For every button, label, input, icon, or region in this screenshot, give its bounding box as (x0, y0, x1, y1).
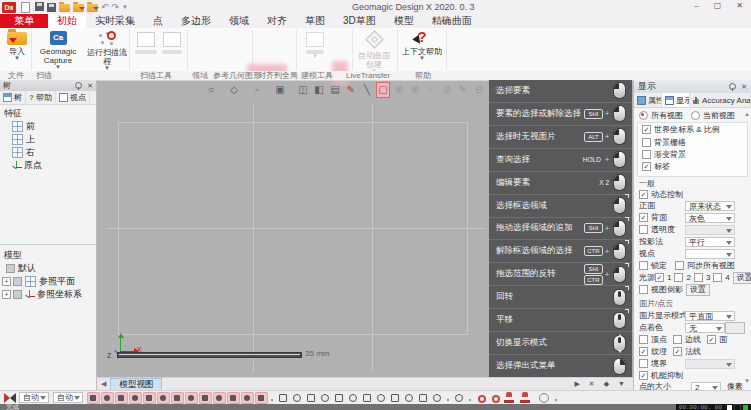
display-cube-icon[interactable]: ◇ (228, 83, 240, 97)
zoom-out-icon[interactable]: ⊖ (473, 83, 485, 97)
tab-tree[interactable]: 树 (0, 91, 26, 104)
expand-icon[interactable]: + (2, 290, 11, 299)
check-world-coords[interactable]: ✓世界坐标系 & 比例 (642, 124, 747, 135)
circle-tool-icon[interactable]: ◌ (489, 83, 501, 97)
check-dynamic-control[interactable]: ✓动态控制 (639, 189, 747, 200)
shading-mode-icon[interactable]: ○ (205, 83, 217, 97)
tab-accuracy-analyzer[interactable]: Accuracy Analy... (690, 93, 751, 107)
visibility-checkbox[interactable] (13, 290, 22, 299)
tab-sketch[interactable]: 草图 (296, 14, 334, 28)
visibility-checkbox[interactable] (13, 277, 22, 286)
tab-scroll-left-icon[interactable]: ◀ (101, 380, 106, 388)
dropdown-dot-icon[interactable]: . (244, 83, 247, 97)
light-3-checkbox[interactable] (694, 273, 703, 282)
tab-point[interactable]: 点 (144, 14, 172, 28)
viewport-split-icon[interactable]: ▣ (274, 83, 286, 97)
tab-help[interactable]: ?帮助 (26, 91, 56, 104)
undo-icon[interactable]: ↶ (101, 2, 109, 12)
panel-close-icon[interactable]: ✕ (87, 82, 93, 90)
view-right-icon[interactable]: ◧ (313, 83, 325, 97)
close-button[interactable]: ✕ (736, 1, 743, 10)
pin-icon[interactable] (729, 83, 736, 90)
stamp-front-icon[interactable] (503, 392, 515, 403)
context-help-dropdown-icon[interactable]: ▼ (400, 56, 444, 60)
strip-dropdown-icon[interactable]: ▼ (618, 380, 625, 388)
tab-display[interactable]: 显示 (662, 93, 690, 107)
checkbox[interactable] (642, 150, 651, 159)
auto-mode-select-2[interactable]: 自动 (53, 392, 83, 403)
dropdown-dot-icon[interactable]: . (290, 83, 293, 97)
section-line-icon[interactable]: ╲ (361, 83, 373, 97)
play-icon[interactable]: ▶ (574, 380, 579, 388)
checkbox[interactable] (642, 138, 651, 147)
radio-all-views[interactable] (639, 111, 648, 120)
normal-checkbox[interactable]: ✓ (673, 347, 682, 356)
run-scan-process-button[interactable]: 运行扫描流程 ▼ (84, 29, 130, 70)
checkbox-checked[interactable]: ✓ (639, 213, 648, 222)
tab-properties[interactable]: 属性 (634, 93, 662, 107)
dropdown-dot-icon[interactable]: . (267, 83, 270, 97)
open-folder-icon[interactable] (59, 4, 70, 12)
tab-live-capture[interactable]: 实时采集 (86, 14, 144, 28)
quick-access-dropdown-icon[interactable]: ▼ (122, 2, 128, 12)
save-icon[interactable] (47, 3, 56, 12)
capture-dropdown-icon[interactable]: ▼ (34, 65, 82, 69)
tab-viewpoint[interactable]: 视点 (56, 91, 90, 104)
checkbox-checked[interactable]: ✓ (639, 190, 648, 199)
plane-display-icon[interactable]: ▫ (251, 83, 263, 97)
reflection-settings-button[interactable]: 设置 (686, 284, 710, 296)
checkbox[interactable] (639, 285, 648, 294)
maximize-button[interactable]: ▢ (714, 1, 722, 10)
small-plane-icon[interactable]: ▫ (425, 83, 437, 97)
zoom-fit-icon[interactable]: ⊕ (409, 83, 421, 97)
app-logo-icon[interactable]: Dx (2, 2, 16, 13)
import-quick-icon[interactable] (35, 2, 44, 12)
minimize-button[interactable]: – (694, 1, 698, 10)
stamp-back-icon[interactable] (519, 392, 531, 403)
checkbox-checked[interactable]: ✓ (642, 125, 651, 134)
checkbox-checked[interactable]: ✓ (642, 162, 651, 171)
close-view-icon[interactable]: ✕ (589, 380, 595, 388)
light-settings-button[interactable]: 设置 (733, 272, 751, 284)
view-left-icon[interactable]: ◫ (297, 83, 309, 97)
cancel-tool-icon[interactable]: ⊗ (505, 83, 517, 97)
view-grid-icon[interactable]: ▤ (329, 83, 341, 97)
timer-green-block[interactable] (743, 405, 748, 410)
new-file-icon[interactable] (21, 2, 30, 13)
texture-checkbox[interactable]: ✓ (639, 347, 648, 356)
checkbox[interactable] (639, 225, 648, 234)
suppress-checkbox[interactable]: ✓ (639, 371, 648, 380)
save-as-folder-icon[interactable] (73, 4, 84, 12)
tree-item-default[interactable]: 默认 (0, 262, 96, 275)
auto-mode-select-1[interactable]: 自动 (19, 392, 49, 403)
tab-region[interactable]: 领域 (220, 14, 258, 28)
export-folder-icon[interactable] (87, 4, 98, 12)
light-4-checkbox[interactable] (713, 273, 722, 282)
circle-marker-icon[interactable] (539, 393, 549, 403)
projection-select[interactable]: 平行 (685, 237, 735, 247)
selection-filter-icon[interactable] (4, 393, 16, 403)
tree-item-ref-coordinates[interactable]: + 参照坐标系 (0, 288, 96, 301)
light-1-checkbox[interactable]: ✓ (655, 273, 664, 282)
checkbox[interactable] (675, 261, 684, 270)
tree-item-top-plane[interactable]: 上 (0, 133, 96, 146)
viewpoint-select[interactable] (685, 249, 735, 259)
draw-icon[interactable]: ✎ (457, 83, 469, 97)
geomagic-capture-button[interactable]: Ca Geomagic Capture ▼ (34, 29, 82, 69)
context-help-button[interactable]: ? 上下文帮助 ▼ (400, 29, 444, 60)
tree-item-ref-planes[interactable]: + 参照平面 (0, 275, 96, 288)
tab-exact-surface[interactable]: 精确曲面 (423, 14, 481, 28)
vertex-checkbox[interactable] (639, 335, 648, 344)
diamond-icon[interactable]: ◆ (604, 380, 609, 388)
tree-item-origin[interactable]: 原点 (0, 159, 96, 172)
tab-initial[interactable]: 初始 (48, 14, 86, 28)
tree-item-front-plane[interactable]: 前 (0, 120, 96, 133)
redo-icon[interactable]: ↷ (112, 2, 120, 12)
tab-align[interactable]: 对齐 (258, 14, 296, 28)
menu-button[interactable]: 菜单 (0, 14, 48, 28)
expand-icon[interactable]: + (2, 277, 11, 286)
region-box-active-icon[interactable]: ▢ (377, 83, 389, 97)
model-view-tab[interactable]: 模型视图 (110, 378, 162, 391)
no-section-icon[interactable]: ⊘ (441, 83, 453, 97)
zoom-in-icon[interactable]: ⊕ (393, 83, 405, 97)
